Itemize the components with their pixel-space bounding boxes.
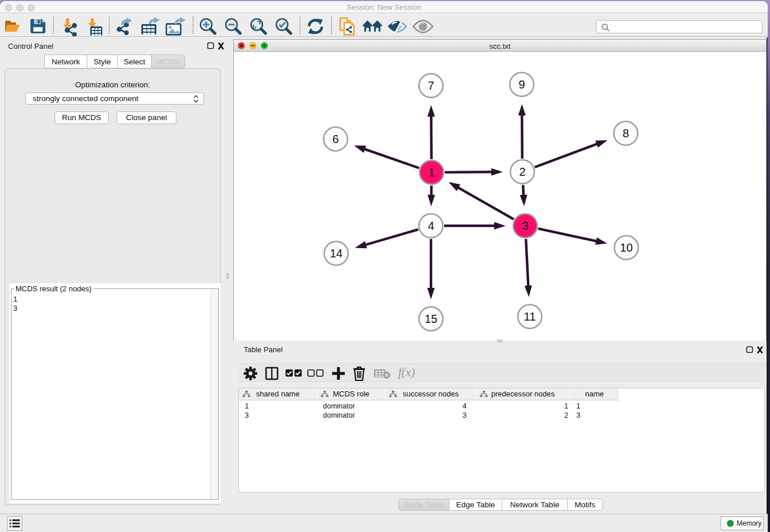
svg-text:7: 7 [428, 79, 434, 92]
svg-text:6: 6 [332, 133, 338, 145]
svg-text:14: 14 [330, 247, 342, 260]
svg-text:4: 4 [428, 219, 434, 232]
svg-text:9: 9 [518, 78, 525, 91]
svg-text:11: 11 [524, 310, 536, 323]
svg-text:15: 15 [425, 313, 437, 325]
svg-text:1: 1 [428, 166, 434, 179]
svg-text:2: 2 [519, 165, 525, 178]
svg-text:10: 10 [620, 241, 633, 254]
svg-text:3: 3 [522, 219, 528, 232]
svg-text:8: 8 [622, 127, 629, 140]
